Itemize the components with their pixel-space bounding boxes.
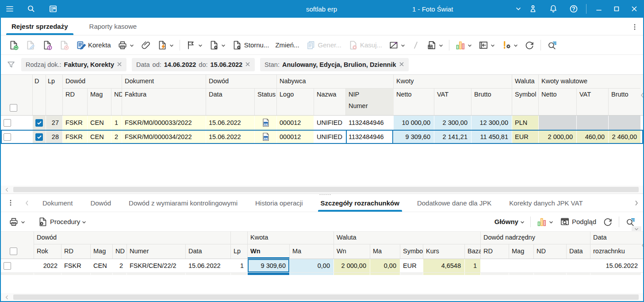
detail-kebab-icon[interactable] (1, 194, 20, 212)
detail-tab-historia-operacji[interactable]: Historia operacji (246, 194, 312, 212)
column-header-logo[interactable]: Logo (277, 89, 314, 115)
procedury-chevron-down-icon[interactable] (82, 218, 86, 226)
detail-column-waluta-wn[interactable]: Wn (334, 244, 370, 259)
detail-column-mag[interactable]: Mag (91, 244, 113, 259)
glowny-chevron-down-icon[interactable] (520, 218, 525, 226)
table-row-27[interactable]: 27 FSKR CEN 1 FSKR/M0/000033/2022 15.06.… (1, 116, 643, 130)
filter-chip-stan[interactable]: Stan: Anulowany, Edycja, Brulion, Dzienn… (260, 58, 408, 71)
korekta-button[interactable]: Korekta (73, 37, 114, 53)
table-row-28-selected[interactable]: 28 FSKR CEN 2 FSKR/M0/000034/2022 15.06.… (1, 130, 643, 144)
column-header-faktura[interactable]: Faktura (122, 89, 206, 115)
detail-column-rd[interactable]: RD (61, 244, 91, 259)
column-header-waluta-vat[interactable]: VAT (577, 89, 609, 115)
workspace-chevron-down-icon[interactable] (510, 0, 527, 18)
period-document-button[interactable] (423, 37, 446, 53)
column-header-data[interactable]: Data (206, 89, 255, 115)
attachments-button[interactable] (137, 37, 154, 53)
detail-column-nadrz-data[interactable]: Data (567, 244, 590, 259)
chart-button[interactable] (452, 37, 475, 53)
search-filter-button[interactable] (544, 37, 560, 53)
column-header-nip[interactable]: NIP Numer (346, 89, 394, 115)
filter-chip-rodzaj-dok[interactable]: Rodzaj dok.: Faktury, Korekty (21, 58, 126, 71)
panel-collapse-button[interactable] (475, 37, 498, 53)
detail-chart-button[interactable] (533, 214, 556, 230)
detail-tab-dowod[interactable]: Dowód (81, 194, 120, 212)
detail-column-baza[interactable]: Baza (465, 244, 481, 259)
d-checkbox-checked[interactable] (35, 119, 43, 127)
print-button[interactable] (114, 37, 137, 53)
chip-close-icon[interactable] (245, 61, 250, 68)
document-settings-chevron-down-icon[interactable] (221, 41, 226, 49)
alerts-settings-button[interactable] (498, 37, 521, 53)
tab-rejestr-sprzedazy[interactable]: Rejestr sprzedaży (1, 18, 79, 35)
new-document-button[interactable] (5, 37, 22, 53)
detail-tab-dowod-wymiary[interactable]: Dowód z wymiarami kontrolingowymi (120, 194, 246, 212)
zmien-button[interactable]: Zmień... (272, 37, 302, 53)
news-icon[interactable] (44, 0, 62, 18)
document-settings-button[interactable] (206, 37, 229, 53)
detail-tab-dodatkowe-dane-jpk[interactable]: Dodatkowe dane dla JPK (408, 194, 500, 212)
search-icon[interactable] (22, 0, 40, 18)
hamburger-menu-icon[interactable] (1, 0, 19, 18)
layout-diagonal-button[interactable] (385, 37, 408, 53)
detail-tabs-scroll-right-icon[interactable] (630, 194, 643, 212)
column-header-lp[interactable]: Lp (46, 75, 62, 85)
refresh-button[interactable] (521, 37, 538, 53)
scroll-left-chevron-icon[interactable] (1, 187, 12, 192)
detail-tab-szczegoly-rozrachunkow[interactable]: Szczegóły rozrachunków (312, 194, 408, 212)
column-header-status[interactable]: Status (255, 89, 277, 115)
print-chevron-down-icon[interactable] (130, 41, 134, 49)
collapse-columns-chevron-left-icon[interactable] (640, 75, 644, 115)
kasuj-button[interactable]: Kasuj... (345, 37, 385, 53)
main-horizontal-scrollbar[interactable] (1, 186, 643, 194)
detail-focused-cell-wn[interactable]: 9 309,60 (248, 259, 290, 272)
detail-column-nadrz-rd[interactable]: RD (481, 244, 509, 259)
detail-scroll-down-chevron-icon[interactable] (632, 226, 641, 232)
chip-close-icon[interactable] (399, 61, 404, 68)
detail-column-rok[interactable]: Rok (34, 244, 61, 259)
detail-collapse-columns-chevron-left-icon[interactable] (641, 232, 644, 259)
detail-column-numer[interactable]: Numer (127, 244, 186, 259)
detail-tab-korekty-jpk-vat[interactable]: Korekty danych JPK VAT (500, 194, 591, 212)
bell-icon[interactable] (544, 0, 562, 18)
detail-column-waluta-ma[interactable]: Ma (370, 244, 400, 259)
detail-column-nd[interactable]: ND (113, 244, 127, 259)
column-header-brutto[interactable]: Brutto (472, 89, 512, 115)
quick-action-document-button[interactable] (154, 37, 177, 53)
column-header-symbol[interactable]: Symbol (512, 89, 539, 115)
generuj-button[interactable]: Gener... (303, 37, 345, 53)
layout-chevron-down-icon[interactable] (401, 41, 405, 49)
tab-raporty-kasowe[interactable]: Raporty kasowe (79, 18, 148, 35)
glowny-selector[interactable]: Główny (491, 214, 528, 230)
quick-action-chevron-down-icon[interactable] (169, 41, 174, 49)
chip-close-icon[interactable] (117, 61, 122, 68)
d-checkbox-checked[interactable] (35, 133, 43, 141)
minimize-button[interactable] (590, 0, 608, 18)
scrollbar-thumb[interactable] (13, 294, 639, 300)
delete-document-button[interactable] (56, 37, 73, 53)
detail-select-all-checkbox[interactable] (10, 248, 17, 255)
detail-horizontal-scrollbar[interactable] (1, 293, 643, 301)
detail-column-symbol[interactable]: Symbol (400, 244, 423, 259)
close-button[interactable] (625, 0, 643, 18)
alerts-chevron-down-icon[interactable] (514, 41, 518, 49)
podglad-button[interactable]: Podgląd (556, 214, 599, 230)
detail-tab-dokument[interactable]: Dokument (34, 194, 81, 212)
column-header-netto[interactable]: Netto (394, 89, 434, 115)
procedury-button[interactable]: Procedury (34, 214, 89, 230)
tab-overflow-kebab-icon[interactable] (629, 21, 640, 33)
panel-chevron-down-icon[interactable] (491, 41, 495, 49)
stornuj-button[interactable]: Stornu... (229, 37, 272, 53)
detail-column-nadrz-mag[interactable]: Mag (509, 244, 534, 259)
detail-column-ma[interactable]: Ma (290, 244, 334, 259)
detail-column-lp[interactable]: Lp (231, 244, 248, 259)
help-icon[interactable] (565, 0, 583, 18)
document-info-button[interactable] (39, 37, 56, 53)
edit-document-button[interactable] (22, 37, 39, 53)
row-checkbox[interactable] (4, 119, 11, 127)
detail-column-kurs[interactable]: Kurs (423, 244, 465, 259)
detail-column-data[interactable]: Data (186, 244, 231, 259)
row-checkbox[interactable] (4, 133, 11, 141)
detail-table-row[interactable]: 2022 FSKR CEN 2 FSKR/CEN/22/2 15.06.2022… (1, 259, 643, 273)
detail-print-button[interactable] (5, 214, 28, 230)
